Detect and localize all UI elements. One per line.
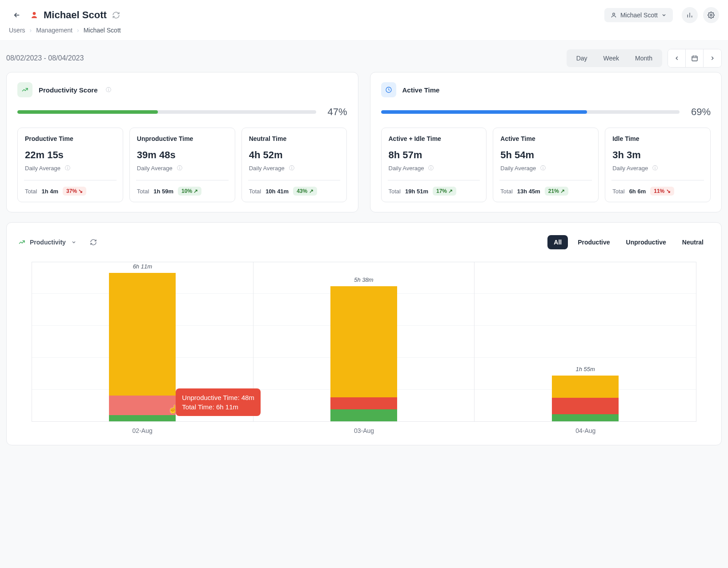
tile-delta: 10% ↗ <box>178 187 201 196</box>
tile-total-value: 1h 4m <box>41 188 58 195</box>
tile-label: Active Time <box>500 135 591 142</box>
chart-tab-neutral[interactable]: Neutral <box>676 235 710 249</box>
svg-point-0 <box>33 12 36 15</box>
chart-tab-productive[interactable]: Productive <box>571 235 616 249</box>
settings-button[interactable] <box>703 7 719 23</box>
chart-tooltip: Unproductive Time: 48mTotal Time: 6h 11m <box>176 388 261 416</box>
chart-column[interactable]: 5h 38m <box>253 262 475 421</box>
user-chip-label: Michael Scott <box>620 12 658 19</box>
svg-point-1 <box>613 13 615 15</box>
productivity-percent: 47% <box>322 106 347 118</box>
back-button[interactable] <box>9 7 25 23</box>
period-day[interactable]: Day <box>568 51 595 65</box>
refresh-icon[interactable] <box>112 11 120 19</box>
calendar-icon <box>691 55 698 62</box>
x-axis-label: 02-Aug <box>32 427 253 434</box>
x-axis-label: 03-Aug <box>253 427 475 434</box>
productivity-progress <box>17 110 316 114</box>
next-button[interactable] <box>704 49 721 67</box>
x-axis-label: 04-Aug <box>475 427 696 434</box>
info-icon[interactable]: ⓘ <box>652 164 658 172</box>
info-icon[interactable]: ⓘ <box>540 164 546 172</box>
prev-button[interactable] <box>668 49 686 67</box>
tile-subtext: Daily Average ⓘ <box>500 164 591 172</box>
tile-value: 5h 54m <box>500 149 591 161</box>
bar-chart-icon <box>686 12 693 19</box>
bar-segment-neutral[interactable] <box>330 286 397 397</box>
chart-x-axis: 02-Aug03-Aug04-Aug <box>32 422 696 436</box>
bar-segment-unproductive[interactable] <box>552 398 619 414</box>
bar-segment-productive[interactable] <box>552 414 619 421</box>
chevron-down-icon <box>661 12 667 18</box>
metric-tile: Active Time5h 54mDaily Average ⓘTotal13h… <box>493 128 599 202</box>
bar-segment-neutral[interactable] <box>109 273 176 396</box>
svg-rect-3 <box>692 56 697 61</box>
bar-segment-unproductive[interactable] <box>109 396 176 415</box>
tile-total-value: 19h 51m <box>405 188 428 195</box>
active-time-card: Active Time 69% Active + Idle Time8h 57m… <box>370 72 722 212</box>
refresh-icon <box>90 239 97 246</box>
tile-total-value: 1h 59m <box>153 188 173 195</box>
breadcrumb-current: Michael Scott <box>84 27 121 34</box>
period-week[interactable]: Week <box>595 51 627 65</box>
tile-label: Unproductive Time <box>137 135 228 142</box>
chevron-right-icon: › <box>77 27 79 34</box>
pointer-cursor-icon: ☝ <box>168 404 178 414</box>
tile-total-label: Total <box>249 188 261 195</box>
bar-total-label: 1h 55m <box>552 366 619 372</box>
card-title: Active Time <box>402 86 440 94</box>
tile-label: Productive Time <box>25 135 116 142</box>
tile-subtext: Daily Average ⓘ <box>137 164 228 172</box>
tile-delta: 21% ↗ <box>545 187 568 196</box>
tile-total-label: Total <box>500 188 512 195</box>
chart-type-dropdown[interactable] <box>71 240 76 245</box>
bar-segment-unproductive[interactable] <box>330 397 397 409</box>
tile-subtext: Daily Average ⓘ <box>612 164 703 172</box>
user-switcher[interactable]: Michael Scott <box>604 8 673 22</box>
info-icon[interactable]: ⓘ <box>289 164 294 172</box>
trend-up-icon <box>17 82 32 97</box>
tile-delta: 37% ↘ <box>63 187 86 196</box>
trend-up-icon <box>18 239 25 246</box>
period-month[interactable]: Month <box>627 51 660 65</box>
tile-total-value: 13h 45m <box>517 188 540 195</box>
tile-delta: 17% ↗ <box>433 187 456 196</box>
metric-tile: Productive Time22m 15sDaily Average ⓘTot… <box>17 128 123 202</box>
chart-tab-unproductive[interactable]: Unproductive <box>620 235 672 249</box>
tile-value: 39m 48s <box>137 149 228 161</box>
metric-tile: Active + Idle Time8h 57mDaily Average ⓘT… <box>381 128 487 202</box>
info-icon[interactable]: ⓘ <box>106 86 111 94</box>
chart-tab-all[interactable]: All <box>547 235 568 249</box>
tile-value: 22m 15s <box>25 149 116 161</box>
chart-filter-tabs: AllProductiveUnproductiveNeutral <box>547 235 710 249</box>
tile-value: 4h 52m <box>249 149 340 161</box>
tile-total-label: Total <box>137 188 149 195</box>
person-icon <box>30 11 38 19</box>
bar-segment-productive[interactable] <box>109 415 176 421</box>
analytics-button[interactable] <box>682 7 698 23</box>
info-icon[interactable]: ⓘ <box>177 164 182 172</box>
tile-subtext: Daily Average ⓘ <box>25 164 116 172</box>
productivity-score-card: Productivity Score ⓘ 47% Productive Time… <box>6 72 358 212</box>
chart-column[interactable]: 6h 11mUnproductive Time: 48mTotal Time: … <box>32 262 253 421</box>
period-segmented: Day Week Month <box>567 49 662 67</box>
bar-segment-productive[interactable] <box>330 409 397 421</box>
productivity-chart-card: Productivity AllProductiveUnproductiveNe… <box>6 222 722 445</box>
calendar-button[interactable] <box>686 49 704 67</box>
breadcrumb-item[interactable]: Users <box>9 27 25 34</box>
clock-icon <box>381 82 396 97</box>
breadcrumb: Users › Management › Michael Scott <box>9 27 719 34</box>
breadcrumb-item[interactable]: Management <box>36 27 72 34</box>
info-icon[interactable]: ⓘ <box>428 164 434 172</box>
chart-refresh-button[interactable] <box>90 239 97 246</box>
metric-tile: Unproductive Time39m 48sDaily Average ⓘT… <box>129 128 235 202</box>
chevron-right-icon <box>709 55 716 61</box>
active-progress <box>381 110 680 114</box>
date-range[interactable]: 08/02/2023 - 08/04/2023 <box>6 54 84 62</box>
card-title: Productivity Score <box>39 86 98 94</box>
bar-total-label: 6h 11m <box>109 263 176 270</box>
info-icon[interactable]: ⓘ <box>65 164 70 172</box>
productivity-chart[interactable]: 6h 11mUnproductive Time: 48mTotal Time: … <box>32 262 696 422</box>
chart-column[interactable]: 1h 55m <box>475 262 696 421</box>
bar-segment-neutral[interactable] <box>552 376 619 398</box>
